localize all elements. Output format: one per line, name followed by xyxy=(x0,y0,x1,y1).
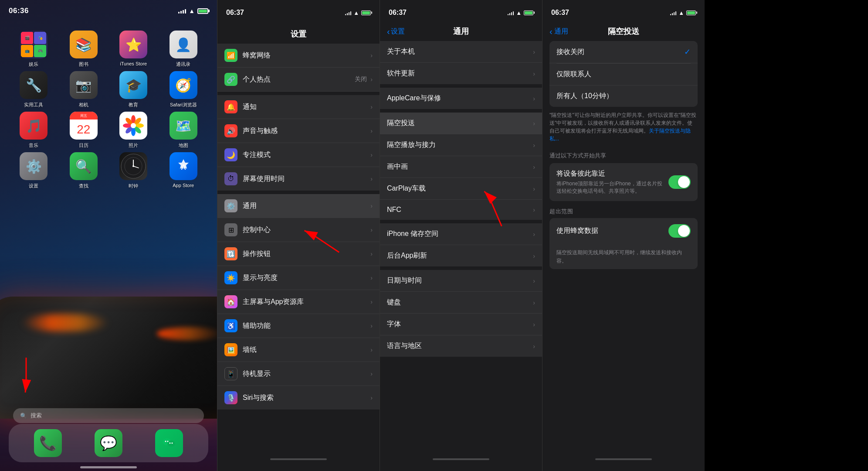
settings-control[interactable]: ⊞ 控制中心 › xyxy=(217,218,380,242)
font-label: 字体 xyxy=(387,320,533,329)
chevron-icon: › xyxy=(533,253,535,259)
app-photos[interactable]: 照片 xyxy=(114,112,153,149)
language-item[interactable]: 语言与地区 › xyxy=(380,335,542,357)
settings-display[interactable]: ☀️ 显示与亮度 › xyxy=(217,266,380,290)
app-maps[interactable]: 🗺️ 地图 xyxy=(164,112,203,149)
general-icon: ⚙️ xyxy=(224,199,237,212)
cellular-data-label: 使用蜂窝数据 xyxy=(556,226,663,236)
settings-accessible[interactable]: ♿ 辅助功能 › xyxy=(217,314,380,338)
settings-siri[interactable]: 🎙️ Siri与搜索 › xyxy=(217,386,380,410)
general-section-2: AppleCare与保修 › xyxy=(380,88,542,109)
app-ent-label: 娱乐 xyxy=(29,61,38,68)
app-photos-label: 照片 xyxy=(129,142,138,149)
airplay-item[interactable]: 隔空播放与接力 › xyxy=(380,134,542,156)
app-edu-label: 教育 xyxy=(129,102,138,108)
chevron-icon: › xyxy=(370,226,373,233)
nfc-item[interactable]: NFC › xyxy=(380,200,542,220)
dock-messages[interactable]: 💬 xyxy=(95,429,122,457)
wifi-icon: ▲ xyxy=(678,10,684,16)
app-books-label: 图书 xyxy=(79,61,88,68)
settings-sound[interactable]: 🔊 声音与触感 › xyxy=(217,119,380,143)
device-proximity-row[interactable]: 将设备彼此靠近 将iPhone顶部靠近另一台iPhone，通过名片投送轻松交换电… xyxy=(549,163,698,201)
notify-label: 通知 xyxy=(243,102,370,112)
scroll-indicator xyxy=(595,458,652,460)
font-item[interactable]: 字体 › xyxy=(380,314,542,335)
app-music[interactable]: 🎵 音乐 xyxy=(14,112,53,149)
carplay-item[interactable]: CarPlay车载 › xyxy=(380,178,542,200)
general-section-1: 关于本机 › 软件更新 › xyxy=(380,41,542,84)
cellular-data-row[interactable]: 使用蜂窝数据 xyxy=(549,218,698,244)
app-calendar[interactable]: 周五 22 日历 xyxy=(64,112,103,149)
app-appstore-label: App Store xyxy=(173,183,194,188)
battery-icon xyxy=(197,8,208,14)
device-proximity-sublabel: 将iPhone顶部靠近另一台iPhone，通过名片投送轻松交换电话号码、共享照片… xyxy=(556,180,663,195)
pip-item[interactable]: 画中画 › xyxy=(380,156,542,178)
airdrop-back-btn[interactable]: ‹ 通用 xyxy=(549,27,568,37)
app-ent[interactable]: 🎬 🎭 📺 🎮 娱乐 xyxy=(14,31,53,68)
applecare-label: AppleCare与保修 xyxy=(387,94,533,103)
app-settings[interactable]: ⚙️ 设置 xyxy=(14,152,53,189)
contacts-only-option[interactable]: 仅限联系人 xyxy=(549,64,698,85)
standby-icon: 📱 xyxy=(224,367,237,380)
search-bar[interactable]: 🔍 搜索 xyxy=(13,408,204,423)
svg-point-9 xyxy=(131,123,136,128)
about-item[interactable]: 关于本机 › xyxy=(380,41,542,63)
app-appstore[interactable]: A App Store xyxy=(164,152,203,189)
signal-icon xyxy=(178,8,186,14)
settings-screentime[interactable]: ⏱ 屏幕使用时间 › xyxy=(217,167,380,191)
app-find[interactable]: 🔍 查找 xyxy=(64,152,103,189)
device-proximity-toggle[interactable] xyxy=(668,175,691,189)
storage-item[interactable]: iPhone 储存空间 › xyxy=(380,223,542,245)
chevron-icon: › xyxy=(370,151,373,158)
chevron-icon: › xyxy=(533,185,535,192)
app-clock[interactable]: 时钟 xyxy=(114,152,153,189)
siri-icon: 🎙️ xyxy=(224,391,237,404)
keyboard-item[interactable]: 键盘 › xyxy=(380,292,542,314)
general-back-btn[interactable]: ‹ 设置 xyxy=(387,27,405,37)
wallpaper-icon: 🏠 xyxy=(224,295,237,308)
app-safari[interactable]: 🧭 Safari浏览器 xyxy=(164,71,203,108)
sound-label: 声音与触感 xyxy=(243,126,370,136)
settings-general[interactable]: ⚙️ 通用 › xyxy=(217,194,380,218)
svg-point-21 xyxy=(172,443,173,444)
settings-notify[interactable]: 🔔 通知 › xyxy=(217,95,380,119)
signal-icon xyxy=(670,10,677,15)
receive-off-option[interactable]: 接收关闭 ✓ xyxy=(549,41,698,63)
general-page-title: 通用 xyxy=(453,26,469,37)
software-update-label: 软件更新 xyxy=(387,69,533,78)
settings-focus[interactable]: 🌙 专注模式 › xyxy=(217,143,380,167)
bg-refresh-item[interactable]: 后台App刷新 › xyxy=(380,245,542,266)
settings-standby[interactable]: 📱 待机显示 › xyxy=(217,362,380,386)
app-maps-label: 地图 xyxy=(179,142,188,149)
dock-wechat[interactable] xyxy=(155,429,183,457)
app-books[interactable]: 📚 图书 xyxy=(64,31,103,68)
app-contacts[interactable]: 👤 通讯录 xyxy=(164,31,203,68)
app-itunes[interactable]: ⭐ iTunes Store xyxy=(114,31,153,68)
settings-wallpaper[interactable]: 🏠 主屏幕与App资源库 › xyxy=(217,290,380,314)
svg-point-14 xyxy=(132,165,134,167)
notify-icon: 🔔 xyxy=(224,100,237,113)
chevron-icon: › xyxy=(533,95,535,102)
datetime-item[interactable]: 日期与时间 › xyxy=(380,270,542,292)
general-back-label: 设置 xyxy=(391,27,405,36)
everyone-option[interactable]: 所有人（10分钟） xyxy=(549,85,698,107)
bg-refresh-label: 后台App刷新 xyxy=(387,251,533,260)
focus-label: 专注模式 xyxy=(243,150,370,160)
software-update-item[interactable]: 软件更新 › xyxy=(380,63,542,84)
car-lights2 xyxy=(157,327,217,340)
dock-phone[interactable]: 📞 xyxy=(34,429,62,457)
chevron-icon: › xyxy=(533,48,535,55)
app-camera[interactable]: 📷 相机 xyxy=(64,71,103,108)
applecare-item[interactable]: AppleCare与保修 › xyxy=(380,88,542,109)
cellular-item[interactable]: 📶 蜂窝网络 › xyxy=(217,44,380,68)
airdrop-item[interactable]: 隔空投送 › xyxy=(380,113,542,134)
app-row-4: ⚙️ 设置 🔍 查找 时钟 xyxy=(9,152,208,189)
settings-action[interactable]: 🔃 操作按钮 › xyxy=(217,242,380,266)
cellular-data-toggle[interactable] xyxy=(668,224,691,238)
control-label: 控制中心 xyxy=(243,225,370,235)
settings-wallpaper2[interactable]: 🖼️ 墙纸 › xyxy=(217,338,380,362)
app-tools[interactable]: 🔧 实用工具 xyxy=(14,71,53,108)
app-edu[interactable]: 🎓 教育 xyxy=(114,71,153,108)
app-grid: 🎬 🎭 📺 🎮 娱乐 📚 图书 ⭐ iTunes Store 👤 通讯录 xyxy=(0,26,217,197)
hotspot-item[interactable]: 🔗 个人热点 关闭 › xyxy=(217,68,380,92)
